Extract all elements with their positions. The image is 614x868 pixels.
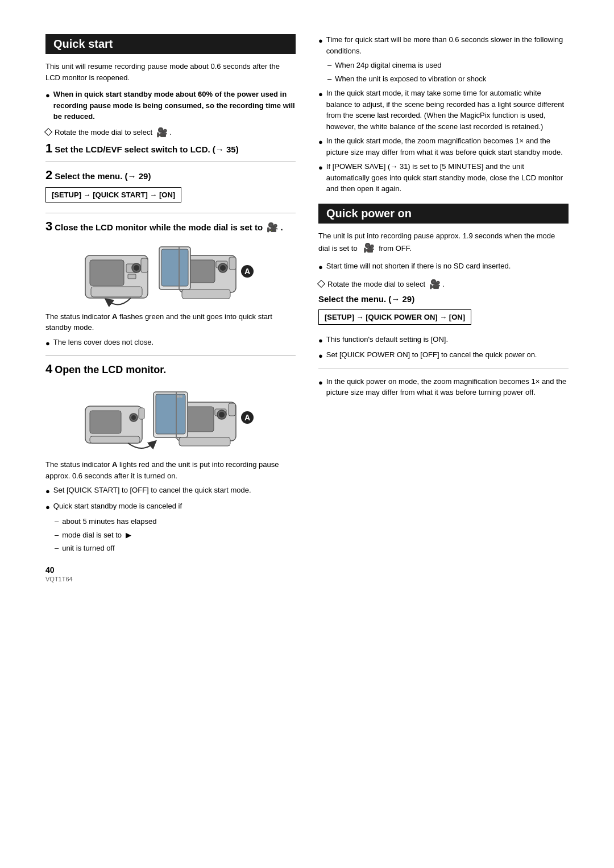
step4-text: Open the LCD monitor. [55,364,166,376]
sub-item-3: – unit is turned off [55,543,296,554]
right-bullet-2: ● In the quick start mode, it may take s… [318,88,569,132]
svg-text:A: A [244,267,250,276]
svg-point-5 [134,265,139,271]
sub-text-2: mode dial is set to ▶ [62,530,131,541]
canceled-label: Quick start standby mode is canceled if [53,502,182,510]
divider-3 [45,356,296,356]
step4-number: 4 [45,363,52,375]
step2-title: 2 Select the menu. (→ 29) [45,169,296,181]
bullet-dot-2: ● [45,338,50,349]
svg-rect-33 [156,394,185,434]
dash-1: – [55,516,59,527]
step3-caption-rest: flashes green and the unit goes into qui… [45,312,272,332]
right-bullet-dot-1: ● [318,35,323,47]
qp-bullet-4: ● In the quick power on mode, the zoom m… [318,376,569,398]
two-column-layout: Quick start This unit will resume record… [45,34,569,834]
svg-rect-6 [141,258,148,272]
time-sub-text-2: When the unit is exposed to vibration or… [335,73,486,85]
qp-divider [318,369,569,369]
svg-point-30 [219,412,225,418]
svg-point-12 [220,265,226,271]
step2-number: 2 [45,169,52,181]
sub-item-1: – about 5 minutes has elapsed [55,516,296,527]
qp-bullet-2: ● This function's default setting is [ON… [318,334,569,346]
right-bullets: ● Time for quick start will be more than… [318,34,569,195]
canceled-bullet: ● Quick start standby mode is canceled i… [45,501,296,513]
step3-a-label: A [112,312,117,321]
quick-power-on-title: Quick power on [318,204,569,224]
step3-camcorder-icon: 🎥 [267,222,278,233]
step1-number: 1 [45,142,52,155]
step3-text: Close the LCD monitor while the mode dia… [55,222,283,233]
right-bullet-1: ● Time for quick start will be more than… [318,34,569,56]
sub-list: – about 5 minutes has elapsed – mode dia… [55,516,296,554]
camera-svg-1: A [80,238,262,307]
camera-illustration-2: A [45,386,296,454]
time-sub-list: – When 24p digital cinema is used – When… [327,60,569,84]
qp-intro-text: The unit is put into recording pause app… [318,232,555,253]
svg-rect-31 [229,403,235,416]
left-column: Quick start This unit will resume record… [45,34,296,834]
camera-illustration-1: A [45,238,296,307]
step-4: 4 Open the LCD monitor. [45,363,296,554]
qp-bullet-dot-1: ● [318,262,323,273]
qp-bullet-text-1: Start time will not shorten if there is … [326,261,511,272]
lens-cover-text: The lens cover does not close. [53,337,154,348]
camcorder-icon: 🎥 [156,127,168,138]
time-sub-text-1: When 24p digital cinema is used [335,60,441,71]
step3-lens-bullet: ● The lens cover does not close. [45,337,296,349]
right-bullet-dot-2: ● [318,89,323,100]
qp-bullet-1: ● Start time will not shorten if there i… [318,261,569,273]
sub-text-3: unit is turned off [62,543,114,554]
svg-rect-15 [161,249,188,286]
rotate-label: Rotate the mode dial to select [55,128,152,137]
sub2-label: mode dial is set to [62,531,122,539]
quick-start-title: Quick start [45,34,296,54]
right-bullet-dot-3: ● [318,137,323,148]
cancel-text: Set [QUICK START] to [OFF] to cancel the… [53,485,251,496]
step4-caption-rest: lights red and the unit is put into reco… [45,460,279,480]
step1-text: Set the LCD/EVF select switch to LCD. (→… [55,144,238,154]
bold-bullet-text: When in quick start standby mode about 6… [53,89,296,122]
qp-rotate-line: Rotate the mode dial to select 🎥 . [318,279,569,290]
svg-rect-1 [90,260,124,286]
qp-select-menu-title: Select the menu. (→ 29) [318,294,569,304]
step-1: 1 Set the LCD/EVF select switch to LCD. … [45,142,296,155]
page: Quick start This unit will resume record… [0,0,614,868]
dash-2: – [55,530,59,541]
divider-1 [45,162,296,162]
right-bullet-dot-4: ● [318,162,323,173]
qp-bullet-text-2: This function's default setting is [ON]. [326,334,448,345]
qp-bullet-text-3: Set [QUICK POWER ON] to [OFF] to cancel … [326,349,537,361]
step3-caption: The status indicator A flashes green and… [45,311,296,333]
play-icon: ▶ [126,531,131,539]
time-sub-1: – When 24p digital cinema is used [327,60,569,71]
qp-bullet-dot-3: ● [318,350,323,362]
right-bullet-text-1: Time for quick start will be more than 0… [326,34,569,56]
setup-box-2: [SETUP] → [QUICK POWER ON] → [ON] [318,309,471,325]
qp-diamond-icon [317,280,325,288]
qp-bullet-3: ● Set [QUICK POWER ON] to [OFF] to cance… [318,349,569,362]
bold-bullet: ● When in quick start standby mode about… [45,89,296,122]
svg-rect-21 [90,411,121,433]
qp-camcorder-icon: 🎥 [363,241,375,255]
bullet-dot-4: ● [45,502,50,513]
right-bullet-text-4: If [POWER SAVE] (→ 31) is set to [5 MINU… [326,161,569,195]
doc-code: VQT1T64 [45,576,296,582]
right-bullet-text-2: In the quick start mode, it may take som… [326,88,569,132]
svg-rect-17 [182,290,230,299]
diamond-icon [44,128,52,136]
svg-rect-37 [179,437,230,446]
step-2: 2 Select the menu. (→ 29) [SETUP] → [QUI… [45,169,296,206]
sub-item-2: – mode dial is set to ▶ [55,530,296,541]
right-bullet-text-3: In the quick start mode, the zoom magnif… [326,135,569,158]
step3-number: 3 [45,220,52,233]
bullet-dot-3: ● [45,486,50,497]
page-footer: 40 VQT1T64 [45,565,296,582]
svg-rect-25 [90,436,140,443]
svg-text:A: A [244,413,250,422]
svg-point-23 [131,415,136,420]
qp-select-menu: Select the menu. (→ 29) [SETUP] → [QUICK… [318,294,569,328]
qp-rotate-label: Rotate the mode dial to select [327,280,425,288]
setup-box-1: [SETUP] → [QUICK START] → [ON] [45,187,181,202]
